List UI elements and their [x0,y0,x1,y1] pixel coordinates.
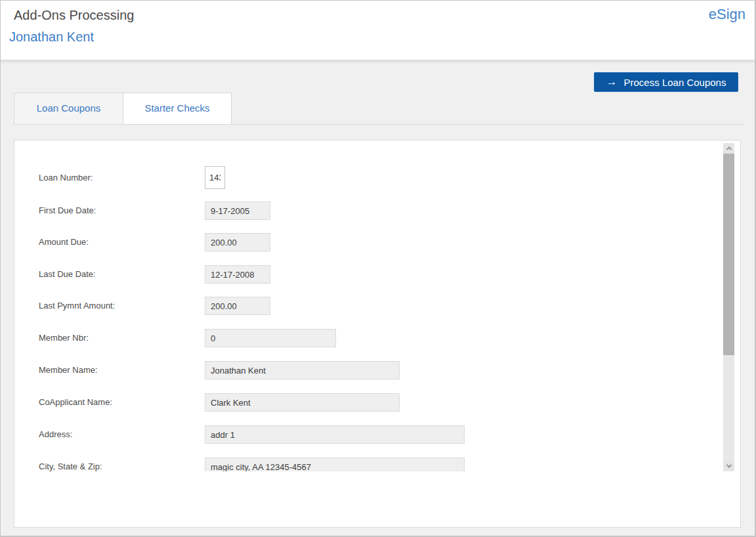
field-label: Loan Number: [39,166,93,189]
form-row: Amount Due: [14,233,740,251]
form-row: Member Nbr: [14,329,740,347]
input-last-pymnt-amount[interactable] [205,297,270,315]
form-row: Address: [14,425,740,444]
field-label: City, State & Zip: [39,458,102,471]
input-loan-number[interactable] [205,166,225,189]
input-amount-due[interactable] [205,233,270,251]
scroll-up-button[interactable] [723,143,734,154]
field-label: Last Pymnt Amount: [39,297,115,315]
tab-bar: Loan Coupons Starter Checks [14,93,232,124]
vertical-scrollbar[interactable] [723,143,734,471]
form-scroll-area: Loan Number:First Due Date:Amount Due:La… [14,140,740,471]
content-area: → Process Loan Coupons Loan Coupons Star… [1,60,755,536]
loan-coupons-panel: Loan Number:First Due Date:Amount Due:La… [14,140,741,528]
field-label: Last Due Date: [39,265,96,284]
input-member-nbr[interactable] [205,329,336,347]
form-row: First Due Date: [14,202,740,220]
input-first-due-date[interactable] [205,202,270,220]
tab-underline [14,124,744,125]
field-label: Member Nbr: [39,329,89,347]
tab-starter-checks[interactable]: Starter Checks [123,93,232,124]
field-label: Address: [39,425,72,444]
input-coapplicant-name[interactable] [205,393,400,412]
chevron-down-icon [726,462,731,467]
form-row: Last Due Date: [14,265,740,284]
page-title: Add-Ons Processing [14,8,134,23]
field-label: First Due Date: [39,202,96,220]
form-row: City, State & Zip: [14,458,740,471]
header: Add-Ons Processing Jonathan Kent eSign [1,1,755,60]
input-last-due-date[interactable] [205,265,270,284]
form-row: Last Pymnt Amount: [14,297,740,315]
tab-loan-coupons[interactable]: Loan Coupons [14,93,123,124]
form-row: CoApplicant Name: [14,393,740,412]
process-loan-coupons-button[interactable]: → Process Loan Coupons [594,72,738,92]
form-row: Loan Number: [14,166,740,189]
input-address[interactable] [205,425,465,444]
input-member-name[interactable] [205,361,400,379]
field-label: Member Name: [39,361,98,379]
member-name-link[interactable]: Jonathan Kent [9,30,94,45]
form-row: Member Name: [14,361,740,379]
esign-link[interactable]: eSign [709,6,746,23]
scroll-down-button[interactable] [723,461,734,471]
field-label: CoApplicant Name: [39,393,112,412]
process-button-label: Process Loan Coupons [624,77,726,88]
scrollbar-thumb[interactable] [723,154,734,355]
chevron-up-icon [726,146,731,152]
arrow-right-icon: → [606,76,618,87]
app-window: Add-Ons Processing Jonathan Kent eSign →… [0,0,756,537]
input-city-state-zip[interactable] [205,458,465,471]
field-label: Amount Due: [39,233,89,251]
